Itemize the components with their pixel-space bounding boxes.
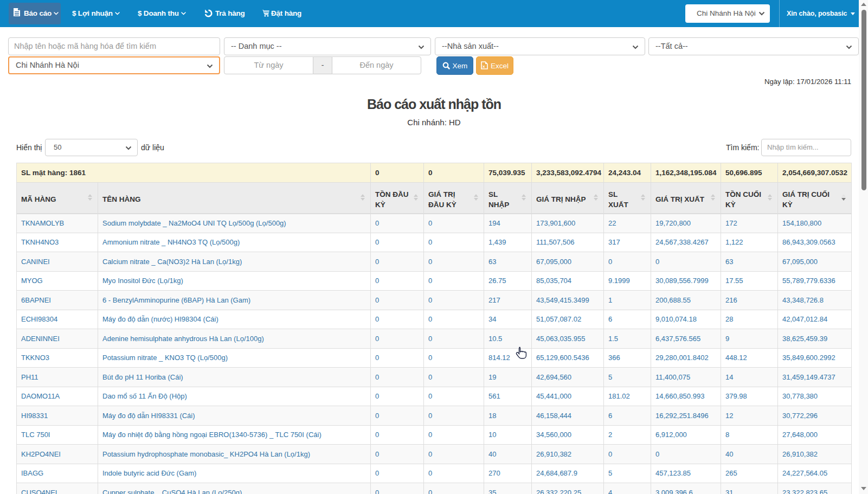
svg-text:x: x xyxy=(483,64,485,69)
